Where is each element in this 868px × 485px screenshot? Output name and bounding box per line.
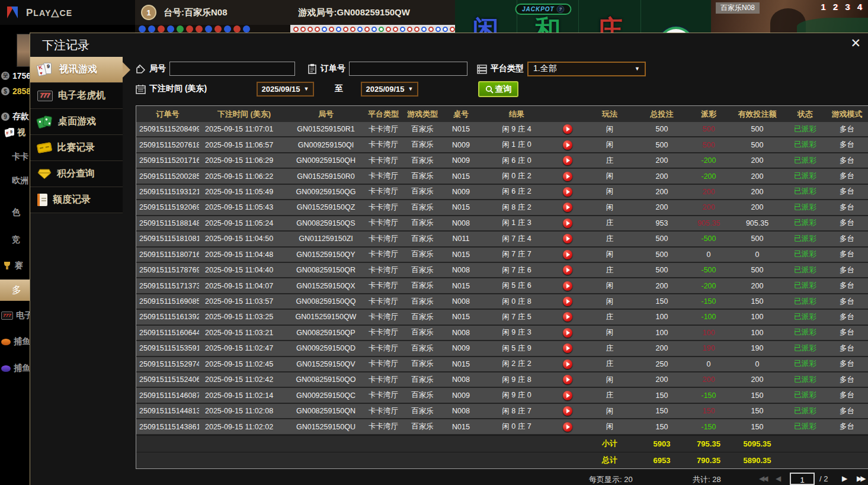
logo-text: PLAY△CE: [26, 7, 72, 19]
play-icon: [566, 236, 570, 241]
replay-button[interactable]: [563, 156, 572, 165]
replay-button[interactable]: [563, 312, 572, 322]
table-row[interactable]: 250915115193121 2025-09-15 11:05:49 GN00…: [136, 185, 868, 200]
road-ring: [379, 27, 384, 32]
road-ring: [428, 27, 434, 32]
replay-button[interactable]: [563, 124, 572, 134]
table-row[interactable]: 250915115207618 2025-09-15 11:06:57 GN00…: [136, 137, 868, 153]
table-header-row: 订单号 下注时间 (美东) 局号 平台类型 游戏类型 桌号 结果 玩法 总投注 …: [136, 106, 868, 122]
date-from-select[interactable]: 2025/09/15 ▼: [257, 82, 314, 97]
first-page-button[interactable]: ◀◀: [759, 474, 766, 483]
cell-platform: 卡卡湾厅: [363, 263, 404, 277]
sidebar-item-slots[interactable]: 777 电子老虎机: [30, 83, 123, 109]
road-ring: [322, 27, 327, 32]
table-edge: [797, 18, 868, 33]
cell-table-no: N015: [441, 248, 481, 262]
replay-button[interactable]: [563, 359, 572, 369]
replay-button[interactable]: [563, 140, 572, 150]
replay-button[interactable]: [563, 328, 572, 338]
platform-select[interactable]: 1.全部 ▼: [527, 62, 646, 76]
table-row[interactable]: 250915115146087 2025-09-15 11:02:14 GN00…: [136, 388, 868, 403]
replay-button[interactable]: [563, 234, 572, 243]
cell-bet-time: 2025-09-15 11:06:22: [199, 169, 289, 183]
replay-button[interactable]: [563, 343, 572, 353]
cell-table-no: N015: [441, 419, 481, 433]
moneybag-icon: $: [1, 87, 9, 95]
table-row[interactable]: 250915115161392 2025-09-15 11:03:25 GN01…: [136, 310, 868, 325]
table-row[interactable]: 250915115153591 2025-09-15 11:02:47 GN00…: [136, 341, 868, 356]
sidebar-item-quota-records[interactable]: 额度记录: [30, 187, 123, 213]
replay-button[interactable]: [563, 406, 572, 416]
cell-replay: [552, 404, 583, 418]
table-row[interactable]: 250915115192069 2025-09-15 11:05:43 GN01…: [136, 200, 868, 216]
cell-total-bet: 500: [636, 122, 687, 136]
table-row[interactable]: 250915115152406 2025-09-15 11:02:42 GN00…: [136, 372, 868, 388]
replay-button[interactable]: [563, 265, 572, 275]
table-row[interactable]: 250915115180716 2025-09-15 11:04:48 GN01…: [136, 248, 868, 263]
replay-button[interactable]: [563, 297, 572, 306]
search-button[interactable]: 查询: [478, 81, 518, 97]
table-row[interactable]: 250915115144813 2025-09-15 11:02:08 GN00…: [136, 404, 868, 419]
replay-button[interactable]: [563, 250, 572, 259]
page-size-label: 每页显示: 20: [589, 474, 633, 485]
table-row[interactable]: 250915115208499 2025-09-15 11:07:01 GN01…: [136, 122, 868, 137]
table-row[interactable]: 250915115188148 2025-09-15 11:05:24 GN00…: [136, 216, 868, 232]
cell-round-id: GN015259150QV: [289, 357, 363, 371]
cell-total-bet: 150: [636, 419, 687, 433]
page-number-input[interactable]: 1: [790, 473, 815, 485]
cell-game-type: 百家乐: [404, 248, 441, 262]
diamond-icon: [37, 169, 52, 179]
subtotal-valid-bet: 5095.35: [730, 436, 784, 452]
play-icon: [566, 158, 570, 163]
sidebar-item-video-games[interactable]: 9K 视讯游戏: [30, 57, 123, 83]
cell-play: 庄: [583, 357, 636, 371]
cell-game-type: 百家乐: [404, 232, 441, 246]
cell-table-no: N015: [441, 122, 481, 136]
dialog-sidebar: 9K 视讯游戏 777 电子老虎机 桌面游戏 比赛记录 积分查询 额度记录: [30, 57, 123, 213]
cell-valid-bet: 905.35: [730, 216, 784, 230]
replay-button[interactable]: [563, 375, 572, 384]
table-row[interactable]: 250915115160644 2025-09-15 11:03:21 GN00…: [136, 326, 868, 341]
cell-replay: [552, 185, 583, 199]
replay-button[interactable]: [563, 172, 572, 181]
sidebar-item-table-games[interactable]: 桌面游戏: [30, 109, 123, 135]
bead-road-strip: [135, 25, 290, 33]
table-row[interactable]: 250915115178769 2025-09-15 11:04:40 GN00…: [136, 263, 868, 278]
road-ring: [400, 27, 405, 32]
cell-total-bet: 150: [636, 404, 687, 418]
date-to-select[interactable]: 2025/09/15 ▼: [361, 82, 418, 97]
cell-mode: 多台: [826, 200, 868, 214]
payout-cell: 0: [687, 248, 730, 262]
round-input[interactable]: [169, 62, 295, 76]
table-row[interactable]: 250915115143861 2025-09-15 11:02:02 GN01…: [136, 419, 868, 435]
prev-page-button[interactable]: ◀: [776, 474, 779, 483]
table-row[interactable]: 250915115200285 2025-09-15 11:06:22 GN01…: [136, 169, 868, 184]
last-page-button[interactable]: ▶▶: [857, 474, 864, 483]
sidebar-item-points-query[interactable]: 积分查询: [30, 161, 123, 187]
replay-button[interactable]: [563, 391, 572, 400]
replay-button[interactable]: [563, 203, 572, 212]
replay-button[interactable]: [563, 281, 572, 291]
jackpot-help-icon[interactable]: ?: [557, 5, 565, 13]
cell-replay: [552, 263, 583, 277]
replay-button[interactable]: [563, 422, 572, 432]
replay-button[interactable]: [563, 219, 572, 228]
order-input[interactable]: [349, 62, 467, 76]
sidebar-item-contest-records[interactable]: 比赛记录: [30, 135, 123, 161]
table-row[interactable]: 250915115201716 2025-09-15 11:06:29 GN00…: [136, 153, 868, 169]
cell-mode: 多台: [826, 263, 868, 277]
payout-cell: -500: [687, 232, 730, 246]
next-page-button[interactable]: ▶: [842, 474, 845, 483]
col-header-platform: 平台类型: [363, 106, 404, 122]
table-row[interactable]: 250915115152974 2025-09-15 11:02:45 GN01…: [136, 357, 868, 372]
cell-play: 闲: [583, 372, 636, 387]
status-badge: 已派彩: [784, 169, 826, 183]
table-row[interactable]: 250915115169085 2025-09-15 11:03:57 GN00…: [136, 294, 868, 310]
cell-game-type: 百家乐: [404, 341, 441, 355]
replay-button[interactable]: [563, 187, 572, 197]
play-icon: [566, 221, 570, 226]
table-row[interactable]: 250915115171373 2025-09-15 11:04:07 GN01…: [136, 278, 868, 294]
table-row[interactable]: 250915115181081 2025-09-15 11:04:50 GN01…: [136, 232, 868, 247]
chevron-down-icon: ▼: [304, 86, 309, 92]
cell-round-id: GN009259150QC: [289, 388, 363, 402]
